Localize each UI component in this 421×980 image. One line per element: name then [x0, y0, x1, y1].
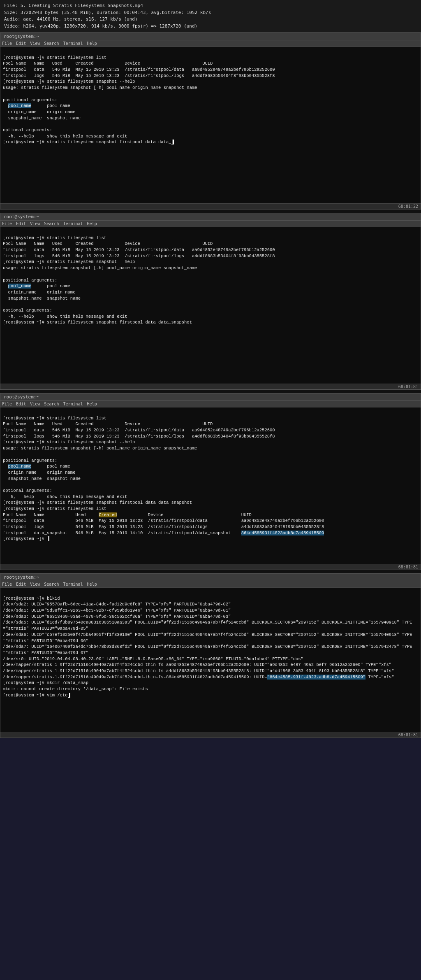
terminal-window-4: root@system:~ File Edit View Search Term…: [0, 573, 421, 738]
menu-file-4[interactable]: File: [2, 582, 12, 587]
menu-help-3[interactable]: Help: [87, 402, 97, 406]
terminal-footer-4: 68:81:81: [0, 732, 421, 738]
terminal-titlebar-3: root@system:~: [0, 393, 421, 401]
menu-terminal-2[interactable]: Terminal: [63, 221, 83, 226]
menu-file-3[interactable]: File: [2, 402, 12, 406]
menu-view-4[interactable]: View: [30, 582, 40, 587]
menu-edit-3[interactable]: Edit: [16, 402, 26, 406]
terminal-body-3[interactable]: [root@system ~]# stratis filesystem list…: [0, 407, 421, 564]
video-video: Video: h264, yuv420p, 1280x720, 914 kb/s…: [4, 23, 417, 30]
highlight-pool-name-3: pool_name: [8, 464, 32, 469]
menu-view-2[interactable]: View: [30, 221, 40, 226]
menu-terminal-1[interactable]: Terminal: [63, 41, 83, 46]
menu-search-1[interactable]: Search: [44, 41, 59, 46]
terminal-menubar-1[interactable]: File Edit View Search Terminal Help: [0, 40, 421, 47]
highlight-pool-name-2: pool_name: [8, 284, 32, 289]
terminal-menubar-4[interactable]: File Edit View Search Terminal Help: [0, 581, 421, 588]
video-audio: Audio: aac, 44100 Hz, stereo, s16, 127 k…: [4, 16, 417, 23]
terminal-footer-3: 68:81:81: [0, 564, 421, 570]
highlight-uuid-4: "864c4585-931f-4823-adb8-d7a459415509": [267, 675, 365, 680]
terminal-body-1[interactable]: [root@system ~]# stratis filesystem list…: [0, 47, 421, 203]
terminal-footer-2: 68:81:81: [0, 384, 421, 389]
menu-view-3[interactable]: View: [30, 402, 40, 406]
highlight-pool-name-1: pool_name: [8, 103, 32, 108]
menu-file-2[interactable]: File: [2, 221, 12, 226]
terminal-title-3: root@system:~: [4, 394, 39, 400]
menu-search-4[interactable]: Search: [44, 582, 59, 587]
menu-edit-2[interactable]: Edit: [16, 221, 26, 226]
menu-edit-1[interactable]: Edit: [16, 41, 26, 46]
highlight-created-label: Created: [99, 512, 117, 517]
terminal-text-2: [root@system ~]# stratis filesystem list…: [3, 235, 275, 325]
terminal-title-2: root@system:~: [4, 214, 39, 219]
terminal-titlebar-1: root@system:~: [0, 33, 421, 40]
menu-edit-4[interactable]: Edit: [16, 582, 26, 587]
terminal-title-4: root@system:~: [4, 575, 39, 580]
terminal-window-1: root@system:~ File Edit View Search Term…: [0, 33, 421, 210]
terminal-text-1: [root@system ~]# stratis filesystem list…: [3, 55, 275, 145]
terminal-body-2[interactable]: [root@system ~]# stratis filesystem list…: [0, 227, 421, 384]
terminal-text-4: [root@system ~]# blkid /dev/sda2: UUID="…: [3, 596, 412, 698]
video-size: Size: 37202948 bytes (35.48 MiB), durati…: [4, 9, 417, 16]
terminal-window-3: root@system:~ File Edit View Search Term…: [0, 393, 421, 570]
terminal-title-1: root@system:~: [4, 34, 39, 39]
menu-terminal-3[interactable]: Terminal: [63, 402, 83, 406]
terminal-menubar-2[interactable]: File Edit View Search Terminal Help: [0, 221, 421, 227]
menu-search-2[interactable]: Search: [44, 221, 59, 226]
terminal-body-4[interactable]: [root@system ~]# blkid /dev/sda2: UUID="…: [0, 588, 421, 732]
terminal-titlebar-2: root@system:~: [0, 213, 421, 221]
menu-help-1[interactable]: Help: [87, 41, 97, 46]
terminal-titlebar-4: root@system:~: [0, 574, 421, 581]
terminal-window-2: root@system:~ File Edit View Search Term…: [0, 213, 421, 390]
highlight-uuid-3: 864c4585931f4823adb8d7a459415509: [241, 531, 324, 535]
menu-file-1[interactable]: File: [2, 41, 12, 46]
terminal-text-3: [root@system ~]# stratis filesystem list…: [3, 416, 324, 542]
terminal-menubar-3[interactable]: File Edit View Search Terminal Help: [0, 401, 421, 407]
menu-help-2[interactable]: Help: [87, 221, 97, 226]
video-file: File: 5. Creating Stratis Filesystems Sn…: [4, 2, 417, 9]
menu-view-1[interactable]: View: [30, 41, 40, 46]
terminal-footer-1: 68:81:22: [0, 203, 421, 209]
menu-terminal-4[interactable]: Terminal: [63, 582, 83, 587]
menu-help-4[interactable]: Help: [87, 582, 97, 587]
video-info: File: 5. Creating Stratis Filesystems Sn…: [0, 0, 421, 33]
menu-search-3[interactable]: Search: [44, 402, 59, 406]
